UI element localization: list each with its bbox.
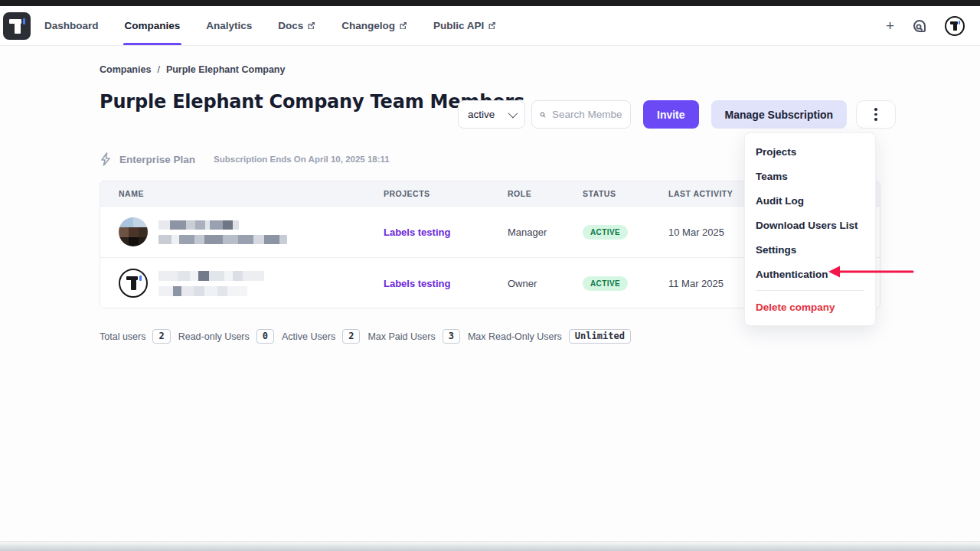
menu-item-authentication[interactable]: Authentication (745, 262, 875, 286)
subscription-end-date: Subscription Ends On April 10, 2025 18:1… (214, 155, 390, 164)
invite-button[interactable]: Invite (643, 100, 699, 129)
breadcrumb-separator: / (157, 64, 159, 75)
redacted-avatar (119, 217, 148, 246)
header-projects: PROJECTS (384, 189, 508, 198)
plan-name: Enterprise Plan (119, 154, 195, 165)
status-filter-select[interactable]: active (458, 100, 525, 129)
external-link-icon (399, 21, 407, 30)
stat-value: 2 (342, 329, 360, 344)
stat-value: 2 (152, 329, 170, 344)
app-logo[interactable] (3, 12, 31, 40)
menu-item-teams[interactable]: Teams (745, 164, 875, 188)
company-actions-menu-button[interactable] (856, 100, 896, 129)
member-role: Manager (508, 227, 583, 238)
stat-value: Unlimited (569, 329, 631, 344)
header-role: ROLE (508, 189, 583, 198)
menu-item-download-users-list[interactable]: Download Users List (745, 213, 875, 237)
member-avatar-logo (119, 269, 148, 298)
stat-value: 3 (443, 329, 460, 344)
header-status: STATUS (583, 189, 668, 198)
redacted-text-line (158, 235, 287, 244)
t-logo-glyph (3, 12, 31, 40)
stat-label: Total users (100, 331, 145, 342)
member-role: Owner (508, 278, 583, 289)
window-bottom-edge (0, 541, 980, 551)
add-icon[interactable]: + (886, 18, 894, 33)
navbar-actions: + (886, 16, 965, 36)
app-window: Dashboard Companies Analytics Docs Chang… (0, 0, 980, 551)
nav-label: Analytics (206, 20, 252, 31)
lightning-bolt-icon (100, 152, 112, 166)
stat-label: Active Users (282, 331, 335, 342)
status-filter-value: active (468, 109, 495, 120)
stat-label: Read-only Users (178, 331, 250, 342)
redacted-text-line (158, 220, 239, 230)
user-stats-row: Total users 2 Read-only Users 0 Active U… (100, 329, 631, 344)
company-actions-menu: Projects Teams Audit Log Download Users … (744, 132, 876, 326)
nav-label: Public API (433, 20, 484, 31)
support-chat-icon[interactable] (911, 18, 928, 34)
stat-label: Max Read-Only Users (468, 331, 562, 342)
search-icon (540, 109, 546, 121)
nav-label: Changelog (341, 20, 395, 31)
nav-links: Dashboard Companies Analytics Docs Chang… (44, 6, 496, 45)
redacted-member-name (158, 220, 287, 244)
menu-item-audit-log[interactable]: Audit Log (745, 188, 875, 213)
redacted-text-line (158, 271, 264, 281)
redacted-text-line (158, 286, 247, 296)
top-navbar: Dashboard Companies Analytics Docs Chang… (0, 6, 980, 46)
kebab-icon (874, 108, 877, 111)
menu-item-delete-company[interactable]: Delete company (745, 295, 875, 319)
window-chrome-strip (0, 0, 980, 6)
status-badge: ACTIVE (583, 276, 628, 291)
manage-subscription-button[interactable]: Manage Subscription (711, 100, 848, 129)
redacted-member-name (158, 271, 264, 296)
nav-label: Companies (125, 20, 181, 31)
status-badge: ACTIVE (583, 225, 628, 240)
plan-row: Enterprise Plan Subscription Ends On Apr… (100, 152, 390, 166)
page-controls: active Invite Manage Subscription (458, 100, 896, 129)
menu-item-projects[interactable]: Projects (745, 139, 875, 164)
external-link-icon (488, 21, 496, 30)
t-logo-glyph (120, 270, 146, 296)
nav-item-changelog[interactable]: Changelog (341, 6, 407, 45)
menu-item-settings[interactable]: Settings (745, 237, 875, 262)
nav-item-dashboard[interactable]: Dashboard (44, 6, 99, 45)
stat-label: Max Paid Users (368, 331, 435, 342)
nav-label: Docs (278, 20, 303, 31)
search-input[interactable] (552, 109, 622, 120)
search-box (531, 100, 631, 129)
nav-item-docs[interactable]: Docs (278, 6, 315, 45)
breadcrumb-current: Purple Elephant Company (166, 64, 286, 75)
stat-value: 0 (256, 329, 274, 344)
nav-label: Dashboard (44, 20, 99, 31)
user-avatar[interactable] (945, 16, 965, 36)
chevron-down-icon (508, 109, 518, 119)
nav-item-companies[interactable]: Companies (125, 6, 181, 45)
header-name: NAME (100, 189, 384, 198)
external-link-icon (307, 21, 315, 30)
project-link[interactable]: Labels testing (384, 278, 450, 289)
t-logo-glyph (946, 18, 963, 34)
breadcrumb-companies[interactable]: Companies (100, 64, 151, 75)
menu-divider (756, 290, 864, 291)
project-link[interactable]: Labels testing (384, 227, 450, 238)
nav-item-public-api[interactable]: Public API (433, 6, 496, 45)
nav-item-analytics[interactable]: Analytics (206, 6, 252, 45)
breadcrumb: Companies / Purple Elephant Company (100, 64, 285, 75)
